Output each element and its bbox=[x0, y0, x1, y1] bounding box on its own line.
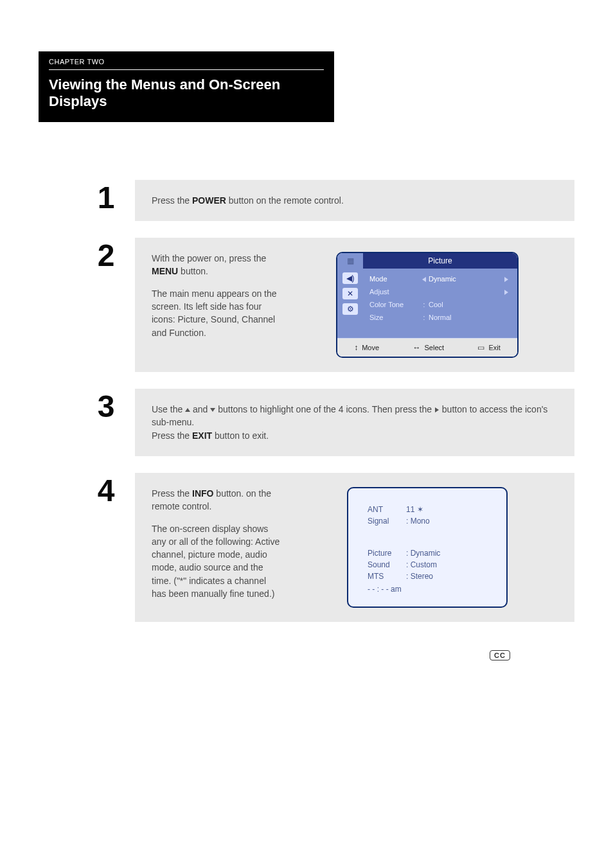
osd-row-size: Size : Normal bbox=[369, 311, 511, 324]
chapter-label: CHAPTER TWO bbox=[39, 51, 334, 66]
info-picture-key: Picture bbox=[368, 549, 406, 558]
step-3-s2-pre: Press the bbox=[152, 430, 192, 441]
osd-row-colortone-key: Color Tone bbox=[369, 301, 420, 308]
osd-footer-select: ↔ Select bbox=[413, 343, 444, 352]
osd-footer: ↕ Move ↔ Select ▭ Exit bbox=[337, 338, 517, 357]
step-1-line-post: button on the remote control. bbox=[226, 195, 344, 206]
info-top-section: ANT 11 ✶ Signal : Mono bbox=[368, 504, 487, 527]
step-4-panel-wrap: ANT 11 ✶ Signal : Mono Picture : D bbox=[297, 487, 558, 608]
osd-row-adjust: Adjust bbox=[369, 285, 511, 298]
picture-osd-menu: ▦ Picture ◀) ✕ ⚙ bbox=[336, 252, 519, 358]
step-1-text: Press the POWER button on the remote con… bbox=[152, 194, 558, 207]
page-title: Viewing the Menus and On-Screen Displays bbox=[39, 70, 334, 122]
right-caret-icon bbox=[435, 407, 439, 412]
colon-icon: : bbox=[420, 301, 429, 308]
step-1-number-col: 1 bbox=[77, 180, 135, 221]
down-icon bbox=[210, 408, 215, 412]
info-line-mts: MTS : Stereo bbox=[368, 571, 487, 582]
step-4-p2: The on-screen display shows any or all o… bbox=[152, 522, 280, 601]
arrow-right-icon bbox=[502, 276, 511, 283]
step-2-number-col: 2 bbox=[77, 238, 135, 372]
step-4-number-col: 4 bbox=[77, 473, 135, 622]
speaker-icon: ◀) bbox=[342, 272, 358, 284]
step-3-body: Use the and buttons to highlight one of … bbox=[135, 389, 574, 456]
step-1-line-pre: Press the bbox=[152, 195, 192, 206]
info-bottom-section: Picture : Dynamic Sound : Custom MTS : S… bbox=[368, 547, 487, 595]
osd-row-size-val: Normal bbox=[429, 314, 502, 321]
info-ant-key: ANT bbox=[368, 505, 406, 514]
step-4-p1-bold: INFO bbox=[192, 488, 213, 499]
step-4-p1-pre: Press the bbox=[152, 488, 192, 499]
step-2-text: With the power on, press the MENU button… bbox=[152, 252, 280, 358]
step-3-s2-bold: EXIT bbox=[192, 430, 212, 441]
info-time-val: - - : - - am bbox=[368, 585, 487, 594]
arrow-left-icon bbox=[420, 276, 429, 283]
monitor-icon: ▦ bbox=[347, 256, 354, 265]
osd-row-mode-key: Mode bbox=[369, 275, 420, 283]
osd-header: ▦ Picture bbox=[337, 253, 517, 269]
info-mts-key: MTS bbox=[368, 572, 406, 581]
antenna-icon: ✕ bbox=[342, 288, 358, 299]
info-osd-panel: ANT 11 ✶ Signal : Mono Picture : D bbox=[347, 487, 508, 608]
step-1-number: 1 bbox=[98, 182, 115, 213]
info-ant-val: 11 ✶ bbox=[406, 505, 487, 514]
manual-page: CHAPTER TWO Viewing the Menus and On-Scr… bbox=[0, 0, 613, 868]
info-line-picture: Picture : Dynamic bbox=[368, 547, 487, 559]
step-2-p1-post: button. bbox=[178, 266, 208, 276]
step-2-panel-wrap: ▦ Picture ◀) ✕ ⚙ bbox=[297, 252, 558, 358]
step-4-number: 4 bbox=[98, 475, 115, 506]
osd-footer-move-label: Move bbox=[362, 344, 379, 351]
info-picture-val: : Dynamic bbox=[406, 549, 487, 558]
info-sound-val: : Custom bbox=[406, 560, 487, 569]
osd-row-mode-val: Dynamic bbox=[429, 275, 502, 283]
osd-footer-exit-label: Exit bbox=[488, 344, 500, 351]
steps-list: 1 Press the POWER button on the remote c… bbox=[77, 180, 574, 622]
info-mts-val: : Stereo bbox=[406, 572, 487, 581]
step-2-p1-bold: MENU bbox=[152, 266, 178, 276]
osd-footer-exit: ▭ Exit bbox=[477, 343, 500, 352]
updown-icon: ↕ bbox=[354, 343, 358, 352]
step-2-number: 2 bbox=[98, 240, 115, 271]
step-3-s1-pre: Use the bbox=[152, 404, 185, 414]
closed-caption-icon: CC bbox=[490, 650, 510, 660]
exit-icon: ▭ bbox=[477, 343, 484, 352]
osd-row-mode: Mode Dynamic bbox=[369, 272, 511, 285]
step-3-s2-post: button to exit. bbox=[212, 430, 269, 441]
step-3-s1-post: buttons to highlight one of the 4 icons.… bbox=[218, 404, 434, 414]
step-1-body: Press the POWER button on the remote con… bbox=[135, 180, 574, 221]
step-3-number: 3 bbox=[98, 391, 115, 422]
step-3-text: Use the and buttons to highlight one of … bbox=[152, 403, 558, 442]
osd-row-size-key: Size bbox=[369, 314, 420, 321]
step-2-body: With the power on, press the MENU button… bbox=[135, 238, 574, 372]
osd-header-icon: ▦ bbox=[337, 253, 363, 269]
step-1: 1 Press the POWER button on the remote c… bbox=[77, 180, 574, 221]
step-2-p2: The main menu appears on the screen. Its… bbox=[152, 287, 280, 339]
info-signal-val: : Mono bbox=[406, 517, 487, 526]
osd-row-list: Mode Dynamic Adjust bbox=[363, 269, 517, 338]
step-1-line-bold: POWER bbox=[192, 195, 226, 206]
step-3-number-col: 3 bbox=[77, 389, 135, 456]
info-line-sound: Sound : Custom bbox=[368, 559, 487, 571]
chapter-title-bar: CHAPTER TWO Viewing the Menus and On-Scr… bbox=[39, 51, 334, 122]
osd-row-colortone-val: Cool bbox=[429, 301, 502, 308]
osd-title: Picture bbox=[363, 253, 517, 269]
osd-rows: ◀) ✕ ⚙ Mode Dynamic bbox=[337, 269, 517, 338]
info-line-ant: ANT 11 ✶ bbox=[368, 504, 487, 515]
info-signal-key: Signal bbox=[368, 517, 406, 526]
up-icon bbox=[185, 408, 190, 412]
leftright-icon: ↔ bbox=[413, 343, 420, 352]
osd-row-adjust-key: Adjust bbox=[369, 288, 420, 296]
step-2-p1-pre: With the power on, press the bbox=[152, 253, 266, 263]
step-4-body: Press the INFO button. on the remote con… bbox=[135, 473, 574, 622]
step-4: 4 Press the INFO button. on the remote c… bbox=[77, 473, 574, 622]
step-3: 3 Use the and buttons to highlight one o… bbox=[77, 389, 574, 456]
step-4-text: Press the INFO button. on the remote con… bbox=[152, 487, 280, 608]
info-line-signal: Signal : Mono bbox=[368, 515, 487, 527]
step-3-s1-mid: and bbox=[193, 404, 210, 414]
osd-side-icons: ◀) ✕ ⚙ bbox=[337, 269, 363, 338]
info-line-time: - - : - - am bbox=[368, 583, 487, 595]
arrow-right-icon bbox=[502, 288, 511, 296]
settings-icon: ⚙ bbox=[342, 303, 358, 315]
osd-row-colortone: Color Tone : Cool bbox=[369, 298, 511, 311]
osd-footer-select-label: Select bbox=[424, 344, 444, 351]
